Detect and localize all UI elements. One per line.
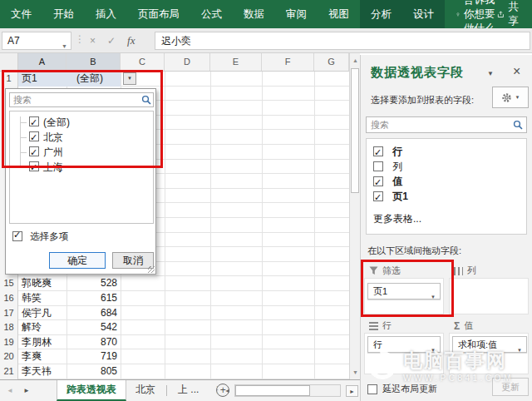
pill-caret-icon[interactable]: ▼ — [517, 343, 522, 358]
formula-input[interactable]: 迟小奕 — [155, 32, 530, 50]
tools-button[interactable]: ▼ — [492, 87, 529, 108]
sheet-tab-divider — [166, 385, 167, 396]
values-area-pill[interactable]: 求和项:值 ▼ — [452, 336, 527, 353]
panel-options-caret-icon[interactable]: ▼ — [487, 70, 494, 77]
share-button[interactable]: 共享 — [497, 0, 523, 28]
vertical-scrollbar[interactable]: ▲ ▼ — [349, 53, 360, 379]
panel-close-icon[interactable]: × — [513, 64, 520, 79]
table-row[interactable]: 李朋林870 — [18, 335, 121, 350]
horizontal-scrollbar[interactable] — [234, 384, 341, 397]
row-header-19[interactable]: 19 — [0, 335, 17, 350]
cell-a1-page-field[interactable]: 页1 — [18, 72, 66, 87]
column-header-f[interactable]: F — [262, 53, 314, 71]
gear-icon — [501, 92, 512, 103]
filter-search-input[interactable] — [9, 92, 154, 107]
horizontal-scrollbar-thumb[interactable] — [235, 385, 310, 396]
row-header-21[interactable]: 21 — [0, 364, 17, 379]
tab-insert[interactable]: 插入 — [85, 0, 127, 28]
hscroll-left-icon[interactable]: ◄ — [224, 388, 230, 394]
tab-data[interactable]: 数据 — [233, 0, 275, 28]
tell-me-box[interactable]: 告诉我你想要做什么 — [456, 0, 497, 28]
tab-page-layout[interactable]: 页面布局 — [127, 0, 190, 28]
filter-item-guangzhou[interactable]: 广州 — [10, 145, 153, 160]
sheet-tab-truncated[interactable]: 上 ... — [169, 380, 208, 401]
checkbox[interactable] — [373, 176, 383, 186]
column-header-b[interactable]: B — [66, 53, 121, 72]
cell-b1-page-value[interactable]: (全部) — [66, 72, 121, 87]
checkbox[interactable] — [367, 384, 377, 394]
defer-layout-label: 延迟布局更新 — [382, 383, 437, 395]
name-box-caret-icon[interactable]: ▼ — [62, 38, 67, 55]
checkbox[interactable] — [29, 161, 39, 171]
insert-function-icon[interactable]: fx — [127, 34, 135, 47]
pivot-fields-panel: 数据透视表字段 ▼ × 选择要添加到报表的字段: ▼ 行 列 — [360, 55, 532, 401]
checkbox[interactable] — [12, 231, 22, 241]
select-multiple-row[interactable]: 选择多项 — [12, 230, 68, 243]
checkbox[interactable] — [29, 131, 39, 141]
checkbox[interactable] — [29, 146, 39, 156]
name-box[interactable]: A7 ▼ — [2, 32, 71, 50]
sheet-tab-bar: ◄ ► 跨表透视表 北京 上 ... + ⋮ ◄ ► — [0, 379, 360, 401]
column-header-e[interactable]: E — [210, 53, 262, 71]
table-row[interactable]: 李天祎805 — [18, 364, 121, 379]
column-header-d[interactable]: D — [165, 53, 210, 71]
tab-view[interactable]: 视图 — [318, 0, 360, 28]
field-column[interactable]: 列 — [373, 159, 402, 174]
confirm-entry-icon[interactable]: ✓ — [107, 35, 116, 47]
sheet-tab-pivot[interactable]: 跨表透视表 — [57, 380, 126, 401]
filter-item-shanghai[interactable]: 上海 — [10, 160, 153, 175]
tab-design[interactable]: 设计 — [402, 0, 445, 28]
select-all-corner[interactable] — [0, 53, 18, 71]
row-header-16[interactable]: 16 — [0, 291, 17, 306]
table-row[interactable]: 侯宇凡684 — [18, 306, 121, 321]
field-row[interactable]: 行 — [373, 144, 402, 159]
sheet-tab-beijing[interactable]: 北京 — [126, 380, 165, 401]
vertical-scrollbar-thumb[interactable] — [351, 68, 359, 193]
column-header-c[interactable]: C — [121, 53, 165, 71]
sheet-nav-right-icon[interactable]: ► — [23, 387, 30, 394]
rows-area-pill[interactable]: 行 ▼ — [367, 336, 441, 353]
search-icon — [141, 95, 151, 105]
more-tables-link[interactable]: 更多表格... — [373, 212, 421, 226]
checkbox[interactable] — [373, 161, 383, 171]
filter-item-beijing[interactable]: 北京 — [10, 130, 153, 145]
table-row[interactable]: 李爽719 — [18, 349, 121, 364]
filter-item-all[interactable]: (全部) — [10, 115, 153, 130]
row-header-17[interactable]: 17 — [0, 306, 17, 321]
ok-button[interactable]: 确定 — [49, 252, 106, 269]
fields-search-input[interactable] — [366, 116, 527, 133]
row-header-20[interactable]: 20 — [0, 349, 17, 364]
row-header-15[interactable]: 15 — [0, 276, 17, 291]
field-page1[interactable]: 页1 — [373, 189, 408, 204]
pill-caret-icon[interactable]: ▼ — [431, 290, 436, 304]
columns-area-box[interactable] — [449, 278, 529, 314]
update-button[interactable]: 更新 — [492, 378, 529, 396]
popup-resize-handle[interactable] — [148, 266, 155, 273]
column-headers: A B C D E F G — [0, 53, 349, 72]
tab-file[interactable]: 文件 — [0, 0, 42, 28]
tab-review[interactable]: 审阅 — [275, 0, 318, 28]
checkbox[interactable] — [373, 191, 383, 201]
table-row[interactable]: 韩笑615 — [18, 291, 121, 306]
row-header-18[interactable]: 18 — [0, 320, 17, 335]
pill-caret-icon[interactable]: ▼ — [431, 343, 436, 358]
field-value[interactable]: 值 — [373, 174, 402, 189]
tab-analyze[interactable]: 分析 — [360, 0, 402, 28]
pivottable-tools-group: 分析 设计 — [360, 0, 445, 28]
sheet-nav-left-icon[interactable]: ◄ — [7, 387, 13, 394]
row-header-1[interactable]: 1 — [0, 72, 17, 87]
values-area-header: Σ 值 — [454, 319, 473, 332]
cancel-entry-icon[interactable]: × — [90, 35, 96, 47]
column-header-g[interactable]: G — [314, 53, 349, 71]
page-filter-dropdown-button[interactable]: ▼ — [123, 72, 136, 85]
filters-area-pill-page1[interactable]: 页1 ▼ — [367, 283, 441, 300]
table-row[interactable]: 解玲542 — [18, 320, 121, 335]
hscroll-right-icon[interactable]: ► — [346, 385, 358, 397]
table-row[interactable]: 郭晓爽528 — [18, 276, 121, 291]
column-header-a[interactable]: A — [18, 53, 66, 72]
checkbox[interactable] — [29, 116, 39, 126]
defer-layout-row[interactable]: 延迟布局更新 — [367, 383, 437, 395]
tab-home[interactable]: 开始 — [42, 0, 85, 28]
checkbox[interactable] — [373, 146, 383, 156]
tab-formulas[interactable]: 公式 — [190, 0, 233, 28]
